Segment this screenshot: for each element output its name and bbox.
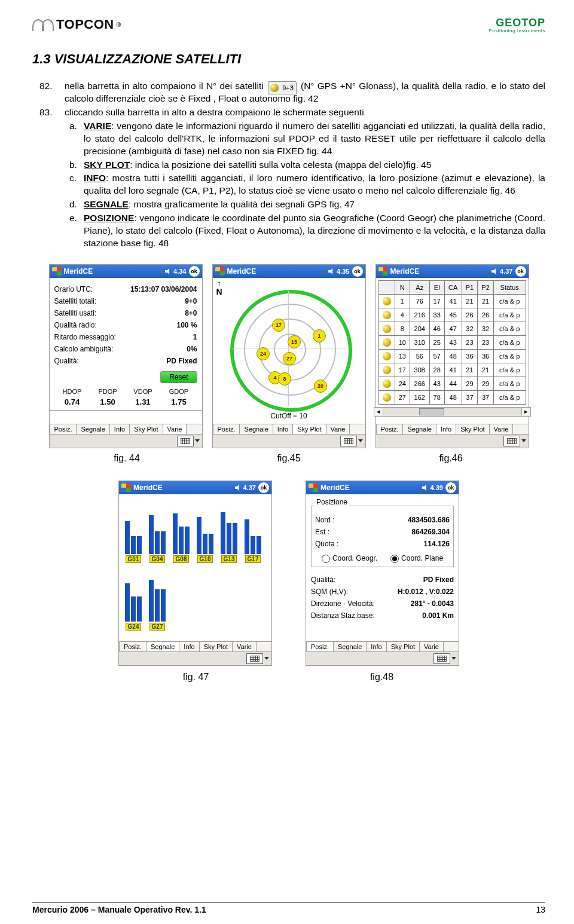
table-row: 421633452626c/a & p [378,308,526,322]
ok-button[interactable]: ok [258,482,269,493]
keyboard-toggle[interactable] [340,436,357,446]
windows-flag-icon [52,267,62,276]
tab-posiz-[interactable]: Posiz. [306,641,334,651]
info-row: Nord :4834503.686 [315,516,450,524]
item-letter: e. [69,212,84,250]
keyboard-icon [507,438,517,444]
info-row: Satelliti usati:8+0 [54,309,197,317]
tab-posiz-[interactable]: Posiz. [50,424,77,434]
chevron-down-icon [195,439,200,442]
ok-button[interactable]: ok [352,266,363,277]
tab-segnale[interactable]: Segnale [76,424,109,434]
info-row: Qualità:PD Fixed [54,357,197,365]
table-row: 1031025432323c/a & p [378,335,526,349]
keyboard-icon [250,656,259,662]
tab-sky-plot[interactable]: Sky Plot [129,424,163,434]
tab-segnale[interactable]: Segnale [239,424,273,434]
tab-info[interactable]: Info [109,424,130,434]
item-letter: b. [69,159,84,172]
ok-button[interactable]: ok [189,266,200,277]
list-item-e: e. POSIZIONE: vengono indicate le coordi… [69,212,545,250]
speaker-icon [491,268,497,274]
radio-coord-geogr[interactable]: Coord. Geogr. [322,554,377,563]
keyboard-icon [437,656,447,662]
tab-posiz-[interactable]: Posiz. [119,641,146,651]
signal-bar-group: G08 [172,500,191,563]
topcon-mark-icon [32,19,54,30]
windows-flag-icon [215,267,225,276]
app-title: MeridCE [133,484,163,492]
radio-coord-piane[interactable]: Coord. Piane [390,554,443,563]
tab-info[interactable]: Info [179,641,199,651]
tab-info[interactable]: Info [436,424,456,434]
satellites-table: NAzElCAP1P2Status 17617412121c/a & p4216… [378,280,526,405]
satellite-marker: 27 [283,352,296,365]
text: nella barretta in alto compaiono il N° d… [65,81,267,91]
windows-flag-icon [121,484,131,492]
tab-varie[interactable]: Varie [489,424,514,434]
keyboard-toggle[interactable] [177,436,194,446]
text: cliccando sulla barretta in alto a destr… [65,106,364,119]
speaker-icon [422,485,428,491]
tab-posiz-[interactable]: Posiz. [213,424,240,434]
tab-varie[interactable]: Varie [419,641,444,651]
tab-segnale[interactable]: Segnale [333,641,367,651]
tab-segnale[interactable]: Segnale [146,641,179,651]
item-keyword: SKY PLOT [84,160,130,170]
item-keyword: POSIZIONE [84,213,134,223]
table-row: 2716278483737c/a & p [378,390,526,404]
tab-varie[interactable]: Varie [163,424,187,434]
reset-button[interactable]: Reset [160,371,197,383]
scroll-thumb[interactable] [419,408,444,415]
table-row: 17617412121c/a & p [378,294,526,308]
keyboard-toggle[interactable] [433,653,450,664]
item-letter: d. [69,198,84,211]
topcon-reg: ® [117,22,121,28]
info-row: Direzione - Velocità:281° - 0.0043 [311,599,454,608]
tab-sky-plot[interactable]: Sky Plot [199,641,233,651]
speaker-icon [165,268,171,274]
tab-posiz-[interactable]: Posiz. [376,424,404,434]
horizontal-scrollbar[interactable]: ◂ ▸ [374,407,531,417]
info-row: Est :864269.304 [315,528,450,536]
keyboard-icon [181,438,190,444]
satellite-marker: 20 [314,380,327,393]
info-row: Satelliti totali:9+0 [54,297,197,305]
keyboard-toggle[interactable] [503,436,520,446]
screenshot-fig46: MeridCE 4.37ok NAzElCAP1P2Status 1761741… [375,264,529,448]
item-letter: c. [69,172,84,197]
ok-button[interactable]: ok [445,482,456,493]
tab-varie[interactable]: Varie [326,424,350,434]
list-item-83: 83. cliccando sulla barretta in alto a d… [39,106,545,119]
topcon-logo: TOPCON ® [32,17,121,32]
sky-plot: 1713124274820 [229,289,349,408]
tab-info[interactable]: Info [366,641,386,651]
keyboard-toggle[interactable] [246,653,263,664]
info-row: Qualità radio:100 % [54,321,197,329]
scroll-left-icon[interactable]: ◂ [374,408,383,415]
scroll-right-icon[interactable]: ▸ [521,408,530,415]
info-row: Qualità:PD Fixed [311,576,454,584]
tab-sky-plot[interactable]: Sky Plot [292,424,326,434]
text: : mostra tutti i satelliti agganciati, i… [84,173,545,195]
clock: 4.35 [337,268,349,275]
item-letter: a. [69,120,84,158]
fieldset-label: Posizione [315,498,349,506]
info-row: Ritardo messaggio:1 [54,333,197,341]
tab-segnale[interactable]: Segnale [402,424,436,434]
app-title: MeridCE [390,267,420,276]
caption-fig45: fig.45 [213,453,365,464]
clock: 4.34 [173,268,186,275]
north-arrow-icon: ↑N [216,279,222,296]
tab-sky-plot[interactable]: Sky Plot [386,641,420,651]
text: : mostra graficamente la qualità dei seg… [129,199,355,209]
tab-info[interactable]: Info [273,424,293,434]
screenshot-fig44: MeridCE 4.34ok Orario UTC:15:13:07 03/06… [49,264,203,448]
tab-sky-plot[interactable]: Sky Plot [456,424,489,434]
topcon-logo-text: TOPCON [56,17,114,32]
satellite-marker: 13 [288,335,301,348]
chevron-down-icon [358,439,363,442]
text: : vengono indicate le coordinate del pun… [84,213,545,248]
tab-varie[interactable]: Varie [232,641,257,651]
ok-button[interactable]: ok [515,266,526,277]
